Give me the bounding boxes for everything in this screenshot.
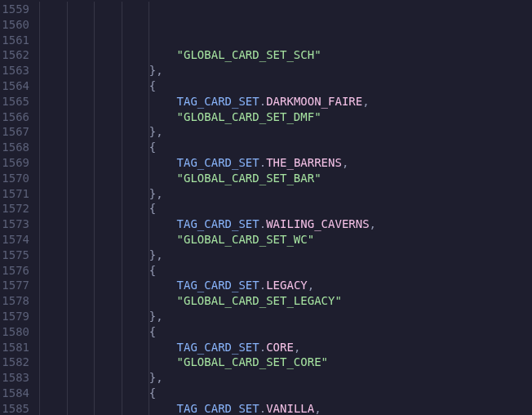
comma: , — [314, 402, 321, 415]
code-line[interactable]: "GLOBAL_CARD_SET_LEGACY" — [39, 293, 532, 309]
string-literal: "GLOBAL_CARD_SET_LEGACY" — [177, 294, 342, 307]
line-number: 1570 — [0, 171, 29, 186]
enum-member: LEGACY — [266, 279, 308, 292]
enum-member: CORE — [266, 341, 294, 354]
enum-member: THE_BARRENS — [266, 156, 342, 169]
enum-member: DARKMOON_FAIRE — [266, 95, 362, 108]
line-number: 1565 — [0, 94, 29, 109]
comma: , — [294, 341, 300, 354]
brace-open-icon: { — [149, 325, 156, 338]
brace-open-icon: { — [149, 141, 156, 154]
comma: , — [156, 125, 162, 138]
code-line[interactable]: TAG_CARD_SET.VANILLA, — [39, 401, 532, 415]
enum-member: VANILLA — [266, 402, 314, 415]
line-number: 1568 — [0, 140, 29, 155]
line-number: 1572 — [0, 201, 29, 216]
brace-open-icon: { — [149, 264, 156, 277]
string-literal: "GLOBAL_CARD_SET_DMF" — [177, 110, 321, 123]
code-line[interactable]: }, — [39, 124, 532, 140]
brace-open-icon: { — [149, 386, 156, 399]
dot: . — [259, 402, 266, 415]
line-number: 1566 — [0, 109, 29, 125]
dot: . — [259, 95, 266, 108]
code-line[interactable]: }, — [39, 309, 532, 324]
comma: , — [156, 187, 162, 200]
line-number: 1569 — [0, 155, 29, 171]
line-number: 1559 — [0, 2, 29, 17]
comma: , — [362, 95, 369, 108]
string-literal: "GLOBAL_CARD_SET_SCH" — [177, 48, 321, 61]
line-number: 1579 — [0, 309, 29, 324]
code-line[interactable]: }, — [39, 248, 532, 263]
comma: , — [370, 217, 376, 230]
code-line[interactable]: }, — [39, 63, 532, 78]
code-line[interactable]: { — [39, 78, 532, 94]
line-number: 1583 — [0, 370, 29, 386]
line-number: 1576 — [0, 263, 29, 279]
comma: , — [156, 248, 162, 261]
code-line[interactable]: { — [39, 140, 532, 155]
comma: , — [156, 310, 162, 323]
string-literal: "GLOBAL_CARD_SET_CORE" — [177, 355, 328, 368]
line-number: 1562 — [0, 47, 29, 63]
code-area[interactable]: "GLOBAL_CARD_SET_SCH" }, { TAG_CARD_SET.… — [39, 0, 532, 415]
brace-open-icon: { — [149, 202, 156, 215]
line-number: 1564 — [0, 78, 29, 94]
code-line[interactable]: TAG_CARD_SET.LEGACY, — [39, 278, 532, 293]
dot: . — [259, 279, 266, 292]
brace-open-icon: { — [149, 79, 156, 92]
comma: , — [156, 64, 162, 77]
line-number: 1574 — [0, 232, 29, 248]
code-editor[interactable]: 1559156015611562156315641565156615671568… — [0, 0, 532, 415]
line-number: 1577 — [0, 278, 29, 293]
code-line[interactable]: }, — [39, 186, 532, 202]
dot: . — [259, 341, 266, 354]
line-number: 1567 — [0, 124, 29, 140]
comma: , — [156, 371, 162, 384]
code-line[interactable]: TAG_CARD_SET.CORE, — [39, 340, 532, 355]
code-line[interactable]: "GLOBAL_CARD_SET_DMF" — [39, 109, 532, 125]
line-number: 1582 — [0, 355, 29, 370]
line-number: 1584 — [0, 386, 29, 401]
code-line[interactable]: }, — [39, 370, 532, 386]
enum-type: TAG_CARD_SET — [177, 95, 259, 108]
comma: , — [308, 279, 314, 292]
code-line[interactable]: TAG_CARD_SET.DARKMOON_FAIRE, — [39, 94, 532, 109]
line-number: 1585 — [0, 401, 29, 415]
code-line[interactable]: "GLOBAL_CARD_SET_CORE" — [39, 355, 532, 370]
code-line[interactable]: { — [39, 386, 532, 401]
line-number: 1578 — [0, 293, 29, 309]
code-line[interactable]: TAG_CARD_SET.WAILING_CAVERNS, — [39, 216, 532, 232]
code-line[interactable]: "GLOBAL_CARD_SET_SCH" — [39, 47, 532, 63]
line-number: 1581 — [0, 340, 29, 355]
enum-member: WAILING_CAVERNS — [266, 217, 369, 230]
line-number-gutter: 1559156015611562156315641565156615671568… — [0, 0, 39, 415]
enum-type: TAG_CARD_SET — [177, 156, 259, 169]
line-number: 1573 — [0, 216, 29, 232]
enum-type: TAG_CARD_SET — [177, 217, 259, 230]
dot: . — [259, 156, 266, 169]
line-number: 1571 — [0, 186, 29, 202]
line-number: 1580 — [0, 324, 29, 340]
enum-type: TAG_CARD_SET — [177, 341, 259, 354]
code-line[interactable]: "GLOBAL_CARD_SET_BAR" — [39, 171, 532, 186]
line-number: 1563 — [0, 63, 29, 78]
string-literal: "GLOBAL_CARD_SET_BAR" — [177, 172, 321, 185]
code-line[interactable]: { — [39, 324, 532, 340]
enum-type: TAG_CARD_SET — [177, 402, 259, 415]
code-line[interactable]: { — [39, 263, 532, 279]
line-number: 1561 — [0, 33, 29, 48]
comma: , — [342, 156, 348, 169]
code-line[interactable]: { — [39, 201, 532, 216]
code-line[interactable]: "GLOBAL_CARD_SET_WC" — [39, 232, 532, 248]
line-number: 1560 — [0, 17, 29, 33]
dot: . — [259, 217, 266, 230]
enum-type: TAG_CARD_SET — [177, 279, 259, 292]
code-line[interactable]: TAG_CARD_SET.THE_BARRENS, — [39, 155, 532, 171]
line-number: 1575 — [0, 248, 29, 263]
string-literal: "GLOBAL_CARD_SET_WC" — [177, 233, 315, 246]
